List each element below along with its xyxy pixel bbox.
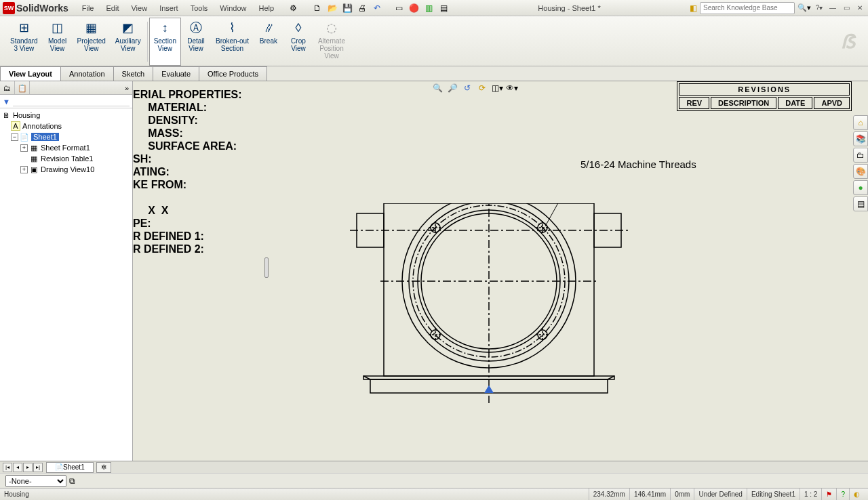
print-icon[interactable]: 🖨 [357,3,368,14]
sidebar-collapse-icon[interactable]: » [121,81,132,94]
revtable-h-rev: REV [679,97,709,109]
sheetformat-icon: ▦ [29,143,39,152]
heads-up-toolbar: 🔍 🔎 ↺ ⟳ ◫▾ 👁▾ [431,81,518,95]
section-view-icon: ↕ [157,20,173,36]
status-coord-x: 234.32mm [589,488,629,500]
title-bar: SW SolidWorks File Edit View Insert Tool… [0,0,868,16]
brokenout-icon: ⌇ [224,20,240,36]
taskpane-custom-props-icon[interactable]: ▤ [853,196,868,211]
ribbon-section-view[interactable]: ↕SectionView [149,18,181,66]
menu-help[interactable]: Help [253,3,279,14]
sheet-nav-prev[interactable]: ◂ [13,463,22,472]
menu-window[interactable]: Window [214,3,252,14]
thread-annotation-text: 5/16-24 Machine Threads [580,159,696,170]
feature-tree[interactable]: 🗎 Housing A Annotations − 📄 Sheet1 + ▦ S… [0,108,132,461]
filter-icon[interactable]: ▼ [3,98,10,106]
ribbon-model-view[interactable]: ◫ModelView [43,18,73,66]
tree-drawing-view[interactable]: + ▣ Drawing View10 [1,164,131,175]
sheet-tab-sheet1[interactable]: 📄 Sheet1 [46,462,94,473]
expander-icon[interactable]: + [20,144,28,152]
menu-file[interactable]: File [77,3,100,14]
new-icon[interactable]: 🗋 [312,3,323,14]
ribbon-auxiliary-view[interactable]: ◩AuxiliaryView [111,18,146,66]
document-title: Housing - Sheet1 * [449,4,690,12]
properties-icon[interactable]: ▤ [438,3,449,14]
tab-sketch[interactable]: Sketch [113,66,154,81]
drawing-canvas[interactable]: 🔍 🔎 ↺ ⟳ ◫▾ 👁▾ — ▭ ✕ REVISIONS REV DESCRI… [133,81,868,461]
undo-icon[interactable]: ↶ [372,3,382,14]
status-coord-z: 0mm [670,488,694,500]
drawing-notes: ERIAL PROPERTIES: MATERIAL: DENSITY: MAS… [133,88,242,255]
task-pane: ⌂ 📚 🗀 🎨 ● ▤ [853,115,868,211]
open-icon[interactable]: 📂 [327,3,338,14]
hide-show-icon[interactable]: 👁▾ [506,82,518,94]
layer-bar: -None- ⧉ [0,473,868,488]
minimize-icon[interactable]: — [827,3,838,13]
rebuild-icon[interactable]: 🔴 [408,3,419,14]
help-icon[interactable]: ?▾ [814,3,825,13]
select-icon[interactable]: ▭ [393,3,404,14]
tree-root[interactable]: 🗎 Housing [1,110,131,121]
menu-bar: File Edit View Insert Tools Window Help [77,3,279,14]
sheet-nav-last[interactable]: ▸| [33,463,43,472]
sheet-nav-next[interactable]: ▸ [23,463,33,472]
ribbon-projected-view[interactable]: ▦ProjectedView [73,18,111,66]
ribbon-crop-view[interactable]: ◊CropView [283,18,313,66]
tree-annotations[interactable]: A Annotations [1,121,131,131]
prev-view-icon[interactable]: ↺ [461,82,473,94]
status-editing: Editing Sheet1 [747,488,800,500]
close-icon[interactable]: ✕ [854,3,865,13]
status-rebuild-icon[interactable]: ◐ [849,488,864,500]
ribbon-break[interactable]: ⫽Break [254,18,283,66]
revtable-h-date: DATE [778,97,812,109]
ribbon-standard-3view[interactable]: ⊞Standard3 View [5,18,43,66]
ribbon-detail-view[interactable]: ⒶDetailView [181,18,211,66]
zoom-fit-icon[interactable]: 🔍 [431,82,443,94]
menu-insert[interactable]: Insert [154,3,184,14]
taskpane-design-lib-icon[interactable]: 📚 [853,131,868,146]
tab-view-layout[interactable]: View Layout [0,66,61,81]
taskpane-view-palette-icon[interactable]: 🎨 [853,164,868,179]
options2-icon[interactable]: ▥ [423,3,434,14]
layer-props-icon[interactable]: ⧉ [69,476,75,486]
sidebar-resize-handle[interactable] [264,257,269,278]
tree-sheet-format[interactable]: + ▦ Sheet Format1 [1,142,131,153]
ribbon-brokenout-section[interactable]: ⌇Broken-outSection [211,18,254,66]
break-icon: ⫽ [260,20,277,36]
search-go-icon[interactable]: 🔍▾ [797,3,811,12]
menu-view[interactable]: View [125,3,153,14]
display-style-icon[interactable]: ◫▾ [491,82,503,94]
status-help-icon[interactable]: ? [836,488,849,500]
tab-evaluate[interactable]: Evaluate [153,66,199,81]
taskpane-appearances-icon[interactable]: ● [853,180,868,195]
menu-edit[interactable]: Edit [101,3,125,14]
zoom-area-icon[interactable]: 🔎 [446,82,458,94]
tree-sheet1[interactable]: − 📄 Sheet1 [1,131,131,142]
section-icon[interactable]: ⟳ [476,82,488,94]
status-flag-icon[interactable]: ⚑ [821,488,836,500]
revtable-h-apvd: APVD [814,97,850,109]
status-bar: Housing 234.32mm 146.41mm 0mm Under Defi… [0,488,868,500]
save-icon[interactable]: 💾 [342,3,353,14]
expander-icon[interactable]: + [20,166,28,173]
annotations-icon: A [11,121,20,131]
tab-office-products[interactable]: Office Products [199,66,267,81]
options-icon[interactable]: ⚙ [288,3,298,14]
sidebar-tab-feature-tree[interactable]: 🗂 [0,81,15,95]
filter-input[interactable] [13,97,130,106]
drawingview-icon: ▣ [29,165,39,174]
sheet-tab-add[interactable]: ✲ [96,462,111,473]
search-input[interactable] [700,2,795,14]
restore-icon[interactable]: ▭ [841,3,852,13]
taskpane-file-explorer-icon[interactable]: 🗀 [853,148,868,163]
tab-annotation[interactable]: Annotation [60,66,114,81]
sheet-nav-first[interactable]: |◂ [3,463,12,472]
revtable-icon: ▦ [29,154,39,163]
expander-icon[interactable]: − [11,133,18,141]
tree-revision-table[interactable]: ▦ Revision Table1 [1,153,131,164]
sidebar-tab-prop-mgr[interactable]: 📋 [15,81,30,95]
menu-tools[interactable]: Tools [185,3,214,14]
layer-select[interactable]: -None- [5,475,66,487]
taskpane-resources-icon[interactable]: ⌂ [853,115,868,130]
ribbon: ⊞Standard3 View ◫ModelView ▦ProjectedVie… [0,16,868,66]
